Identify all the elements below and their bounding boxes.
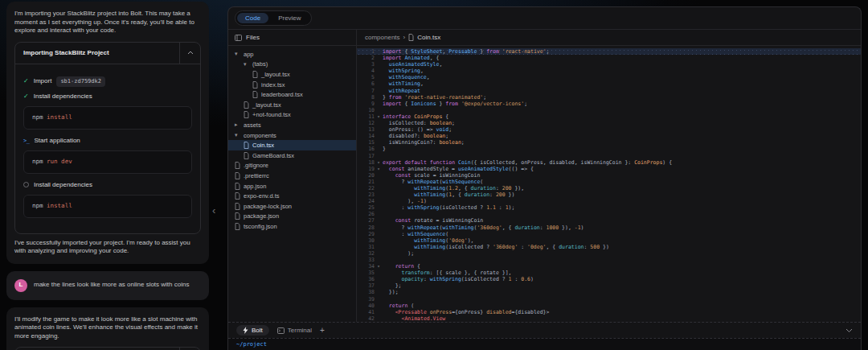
code-line-35[interactable]: 35 transform: [{ scale }, { rotate }], [357,270,861,276]
code-line-5[interactable]: 5 withSequence, [357,74,861,80]
code-line-20[interactable]: 20 const scale = isWinningCoin [357,172,861,179]
code-line-1[interactable]: 1import { StyleSheet, Pressable } from '… [357,48,861,55]
tree-item-label: _layout.tsx [261,71,290,78]
line-number: 17 [357,153,375,159]
file-icon [235,223,240,230]
terminal-tab-bolt[interactable]: Bolt [236,325,269,336]
terminal-output[interactable]: ~/project [228,338,861,350]
file-item-.gitignore[interactable]: .gitignore [228,161,356,171]
code-text: return { [383,263,420,270]
add-terminal-button[interactable]: + [320,326,325,335]
line-number: 38 [357,289,375,295]
code-line-15[interactable]: 15 isWinningCoin?: boolean; [357,139,861,146]
code-line-36[interactable]: 36 opacity: withSpring(isCollected ? 1 :… [357,276,861,282]
code-line-23[interactable]: 23 withTiming(1, { duration: 200 }) [357,191,861,198]
code-line-3[interactable]: 3 useAnimatedStyle, [357,61,861,68]
folder-item-app[interactable]: ▾app [228,49,356,60]
folder-item-assets[interactable]: ▸assets [228,120,356,130]
file-icon [244,101,249,109]
code-line-17[interactable]: 17 [357,153,861,159]
code-line-21[interactable]: 21 ? withRepeat(withSequence( [357,179,861,185]
code-line-30[interactable]: 30 withTiming('0deg'), [357,237,861,244]
code-line-22[interactable]: 22 withTiming(1.2, { duration: 200 }), [357,185,861,191]
file-item-tsconfig.json[interactable]: tsconfig.json [228,221,356,232]
code-line-14[interactable]: 14 disabled?: boolean; [357,133,861,139]
chevron-up-icon[interactable] [179,43,200,64]
chevron-down-icon[interactable] [845,328,853,333]
code-line-31[interactable]: 31 withTiming(isCollected ? '360deg' : '… [357,244,861,250]
code-line-39[interactable]: 39 [357,296,861,303]
code-line-4[interactable]: 4 withSpring, [357,68,861,74]
fold-chevron-icon[interactable]: ▾ [375,263,383,270]
tree-item-label: package-lock.json [244,203,292,210]
fold-gutter [375,204,383,211]
file-item-index.tsx[interactable]: index.tsx [228,80,356,90]
folder-item-(tabs)[interactable]: ▾(tabs) [228,60,356,70]
code-line-40[interactable]: 40 return ( [357,303,861,309]
code-line-29[interactable]: 29 : withSequence( [357,231,861,237]
code-line-7[interactable]: 7 withRepeat [357,88,861,94]
files-header-label: Files [246,34,260,41]
code-line-11[interactable]: 11▾interface CoinProps { [357,113,861,120]
file-item-leaderboard.tsx[interactable]: leaderboard.tsx [228,89,356,100]
file-item-Coin.tsx[interactable]: Coin.tsx [228,140,356,150]
breadcrumb-folder[interactable]: components [365,34,400,41]
fold-chevron-icon[interactable]: ▾ [375,113,383,120]
code-line-12[interactable]: 12 isCollected: boolean; [357,120,861,126]
file-item-_layout.tsx[interactable]: _layout.tsx [228,69,356,80]
file-item-_layout.tsx[interactable]: _layout.tsx [228,100,356,110]
code-line-8[interactable]: 8} from 'react-native-reanimated'; [357,94,861,101]
folder-item-components[interactable]: ▾components [228,130,356,141]
file-item-expo-env.d.ts[interactable]: expo-env.d.ts [228,191,356,201]
tree-item-label: expo-env.d.ts [244,192,279,200]
fold-chevron-icon[interactable]: ▾ [375,166,383,172]
code-line-34[interactable]: 34▾ return { [357,263,861,270]
fold-gutter [375,153,383,159]
fold-gutter [375,276,383,282]
command-block-npm-install-2: npm install [23,195,192,218]
code-line-24[interactable]: 24 ), -1) [357,198,861,204]
code-line-32[interactable]: 32 ); [357,250,861,257]
code-line-13[interactable]: 13 onPress: () => void; [357,126,861,133]
code-text: useAnimatedStyle, [383,61,442,68]
file-item-.prettierrc[interactable]: .prettierrc [228,171,356,181]
file-item-app.json[interactable]: app.json [228,181,356,191]
code-line-27[interactable]: 27 const rotate = isWinningCoin [357,217,861,224]
file-item-package-lock.json[interactable]: package-lock.json [228,201,356,212]
chevron-down-icon: ▾ [235,51,240,57]
code-line-28[interactable]: 28 ? withRepeat(withTiming('360deg', { d… [357,224,861,231]
code-line-2[interactable]: 2import Animated, { [357,55,861,61]
code-line-33[interactable]: 33 [357,257,861,263]
file-item-GameBoard.tsx[interactable]: GameBoard.tsx [228,150,356,161]
code-line-18[interactable]: 18▾export default function Coin({ isColl… [357,159,861,166]
terminal-tab-terminal[interactable]: Terminal [277,327,312,334]
code-line-25[interactable]: 25 : withSpring(isCollected ? 1.1 : 1); [357,204,861,211]
code-line-42[interactable]: 42 <Animated.View [357,315,861,322]
code-line-41[interactable]: 41 <Pressable onPress={onPress} disabled… [357,309,861,315]
fold-chevron-icon[interactable]: ▾ [375,159,383,166]
fold-gutter [375,139,383,146]
import-card-header[interactable]: Importing StackBlitz Project [15,43,200,65]
line-number: 31 [357,244,375,250]
code-line-9[interactable]: 9import { Ionicons } from '@expo/vector-… [357,101,861,107]
code-line-37[interactable]: 37 }; [357,282,861,289]
code-text: const scale = isWinningCoin [383,172,480,179]
panel-collapse-handle[interactable]: ‹ [212,204,215,216]
tree-item-label: Coin.tsx [252,142,274,149]
code-text: withSequence, [383,74,430,80]
code-line-19[interactable]: 19▾ const animatedStyle = useAnimatedSty… [357,166,861,172]
import-card: Importing StackBlitz Project ✓ Import sb… [14,42,201,234]
code-line-26[interactable]: 26 [357,211,861,217]
tab-code[interactable]: Code [237,13,268,23]
tab-preview[interactable]: Preview [270,13,309,23]
workbench-panel: Code Preview Files components › Coin.tsx… [227,6,862,350]
code-line-10[interactable]: 10 [357,107,861,113]
code-line-16[interactable]: 16} [357,146,861,152]
code-line-38[interactable]: 38 }); [357,289,861,295]
code-editor[interactable]: 1import { StyleSheet, Pressable } from '… [357,46,861,322]
file-item-+not-found.tsx[interactable]: +not-found.tsx [228,110,356,121]
file-item-package.json[interactable]: package.json [228,212,356,222]
command-block-npm-install: npm install [23,106,192,130]
breadcrumb-file[interactable]: Coin.tsx [417,34,440,41]
code-line-6[interactable]: 6 withTiming, [357,80,861,87]
